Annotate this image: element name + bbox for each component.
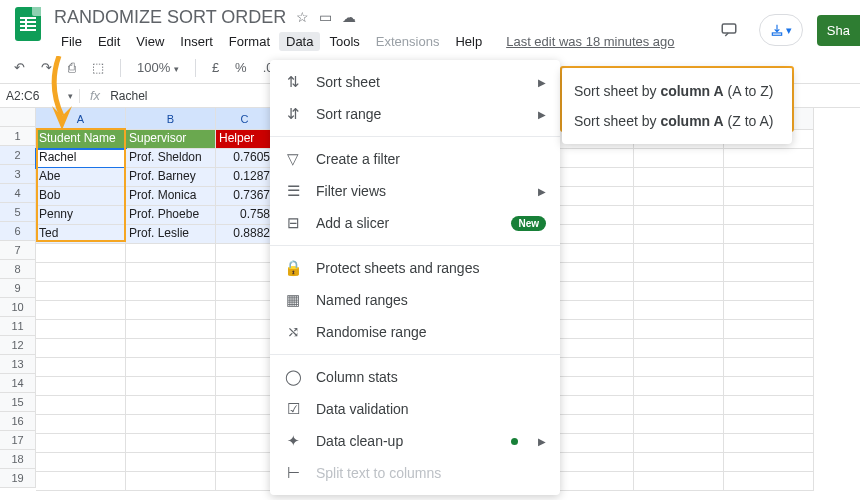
- row-header[interactable]: 5: [0, 203, 36, 222]
- cell[interactable]: [724, 453, 814, 472]
- last-edit-link[interactable]: Last edit was 18 minutes ago: [499, 32, 681, 51]
- cell[interactable]: [36, 339, 126, 358]
- cell[interactable]: Prof. Sheldon: [126, 149, 216, 168]
- cell[interactable]: [724, 206, 814, 225]
- cell[interactable]: Bob: [36, 187, 126, 206]
- menu-data-validation[interactable]: ☑Data validation: [270, 393, 560, 425]
- cell[interactable]: [634, 377, 724, 396]
- row-header[interactable]: 9: [0, 279, 36, 298]
- cell[interactable]: [126, 377, 216, 396]
- menu-help[interactable]: Help: [448, 32, 489, 51]
- row-header[interactable]: 4: [0, 184, 36, 203]
- row-header[interactable]: 7: [0, 241, 36, 260]
- currency-icon[interactable]: £: [208, 58, 223, 77]
- cell[interactable]: Supervisor: [126, 130, 216, 149]
- row-header[interactable]: 14: [0, 374, 36, 393]
- menu-randomise[interactable]: ⤭Randomise range: [270, 316, 560, 348]
- cell[interactable]: [216, 415, 274, 434]
- cell[interactable]: [216, 358, 274, 377]
- cell[interactable]: [36, 377, 126, 396]
- cell[interactable]: [216, 434, 274, 453]
- sort-sheet-za[interactable]: Sort sheet by column A (Z to A): [562, 106, 792, 136]
- menu-protect[interactable]: 🔒Protect sheets and ranges: [270, 252, 560, 284]
- cell[interactable]: [36, 434, 126, 453]
- cell[interactable]: Penny: [36, 206, 126, 225]
- cell[interactable]: [634, 415, 724, 434]
- cell[interactable]: [126, 301, 216, 320]
- cell[interactable]: [724, 282, 814, 301]
- cell[interactable]: [724, 225, 814, 244]
- menu-file[interactable]: File: [54, 32, 89, 51]
- cell[interactable]: [126, 358, 216, 377]
- cell[interactable]: 0.7605: [216, 149, 274, 168]
- cell[interactable]: [216, 472, 274, 491]
- menu-edit[interactable]: Edit: [91, 32, 127, 51]
- row-header[interactable]: 13: [0, 355, 36, 374]
- cell[interactable]: Abe: [36, 168, 126, 187]
- row-header[interactable]: 2: [0, 146, 36, 165]
- row-header[interactable]: 8: [0, 260, 36, 279]
- row-header[interactable]: 11: [0, 317, 36, 336]
- cell[interactable]: [724, 415, 814, 434]
- row-header[interactable]: 17: [0, 431, 36, 450]
- cell[interactable]: [126, 339, 216, 358]
- cell[interactable]: Rachel: [36, 149, 126, 168]
- cell[interactable]: [724, 187, 814, 206]
- column-header[interactable]: B: [126, 108, 216, 130]
- cell[interactable]: [724, 472, 814, 491]
- cell[interactable]: Prof. Phoebe: [126, 206, 216, 225]
- redo-icon[interactable]: ↷: [37, 58, 56, 77]
- cell[interactable]: Prof. Monica: [126, 187, 216, 206]
- row-header[interactable]: 1: [0, 127, 36, 146]
- share-button[interactable]: Sha: [817, 15, 860, 46]
- cell[interactable]: [216, 263, 274, 282]
- cell[interactable]: [634, 320, 724, 339]
- cell[interactable]: [126, 263, 216, 282]
- cell[interactable]: [634, 453, 724, 472]
- cell[interactable]: [126, 415, 216, 434]
- cell[interactable]: [216, 339, 274, 358]
- cell[interactable]: [126, 244, 216, 263]
- present-button[interactable]: ▾: [759, 14, 803, 46]
- cell[interactable]: [724, 339, 814, 358]
- cell[interactable]: [36, 301, 126, 320]
- cell[interactable]: [216, 453, 274, 472]
- cell[interactable]: [36, 472, 126, 491]
- cell[interactable]: [634, 396, 724, 415]
- cell[interactable]: [36, 263, 126, 282]
- comments-icon[interactable]: [713, 14, 745, 46]
- move-icon[interactable]: ▭: [319, 9, 332, 25]
- cell[interactable]: [36, 453, 126, 472]
- cell[interactable]: Prof. Leslie: [126, 225, 216, 244]
- row-header[interactable]: 19: [0, 469, 36, 488]
- menu-filter-views[interactable]: ☰Filter views▶: [270, 175, 560, 207]
- cell[interactable]: [36, 282, 126, 301]
- menu-column-stats[interactable]: ◯Column stats: [270, 361, 560, 393]
- print-icon[interactable]: ⎙: [64, 58, 80, 77]
- cell[interactable]: [634, 263, 724, 282]
- cell[interactable]: [36, 415, 126, 434]
- cell[interactable]: [216, 244, 274, 263]
- cell[interactable]: [36, 320, 126, 339]
- cell[interactable]: [216, 396, 274, 415]
- cell[interactable]: [634, 149, 724, 168]
- cell[interactable]: [126, 434, 216, 453]
- cell[interactable]: [36, 358, 126, 377]
- cell[interactable]: [724, 320, 814, 339]
- menu-tools[interactable]: Tools: [322, 32, 366, 51]
- cell[interactable]: [126, 396, 216, 415]
- cell[interactable]: [36, 244, 126, 263]
- sort-sheet-az[interactable]: Sort sheet by column A (A to Z): [562, 76, 792, 106]
- name-box[interactable]: A2:C6▾: [0, 89, 80, 103]
- cloud-icon[interactable]: ☁: [342, 9, 356, 25]
- cell[interactable]: [634, 339, 724, 358]
- undo-icon[interactable]: ↶: [10, 58, 29, 77]
- cell[interactable]: [216, 320, 274, 339]
- menu-add-slicer[interactable]: ⊟Add a slicerNew: [270, 207, 560, 239]
- cell[interactable]: [724, 434, 814, 453]
- cell[interactable]: [216, 301, 274, 320]
- cell[interactable]: [724, 358, 814, 377]
- menu-sort-sheet[interactable]: ⇅Sort sheet▶: [270, 66, 560, 98]
- percent-icon[interactable]: %: [231, 58, 251, 77]
- cell[interactable]: 0.1287: [216, 168, 274, 187]
